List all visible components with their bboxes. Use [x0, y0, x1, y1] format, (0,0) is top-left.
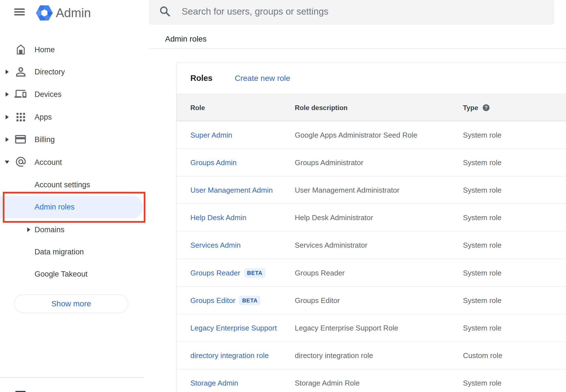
- svg-text:?: ?: [485, 105, 488, 110]
